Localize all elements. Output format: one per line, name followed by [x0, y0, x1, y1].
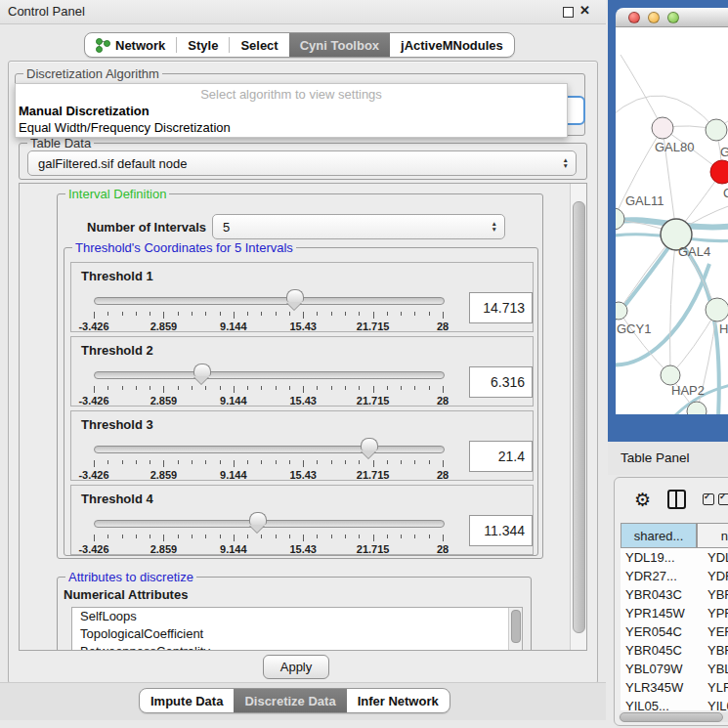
network-canvas[interactable]: GAL80 G C GAL11 GAL4 GCY1 H HAP2 [616, 27, 728, 414]
slider-tick-labels: -3.4262.8599.14415.4321.71528 [94, 469, 443, 481]
scrollbar-thumb[interactable] [573, 201, 585, 633]
tick-mark [331, 460, 332, 464]
attribute-list-item[interactable]: BetweennessCentrality [72, 643, 522, 651]
slider-ticks [94, 386, 443, 394]
slider-handle[interactable] [286, 289, 304, 302]
tick-mark [443, 460, 444, 467]
slider-tick-labels: -3.4262.8599.14415.4321.71528 [94, 321, 443, 332]
tab-infer-network[interactable]: Infer Network [347, 689, 450, 712]
tick-mark [289, 386, 290, 390]
cell-shared-name[interactable]: YDR27... [621, 567, 697, 585]
threshold-4-value-field[interactable]: 11.344 [469, 515, 533, 546]
table-row[interactable]: YBR045CYBR0 [621, 641, 728, 660]
table-data-combobox[interactable]: galFiltered.sif default node ▲▼ [27, 150, 577, 176]
table-row[interactable]: YBL079WYBL0 [621, 660, 728, 678]
cell-name[interactable]: YBR0 [697, 641, 728, 660]
zoom-traffic-light-icon[interactable] [667, 12, 679, 23]
tick-label: 21.715 [342, 321, 405, 332]
cell-name[interactable]: YIL0 [697, 697, 728, 710]
apply-button[interactable]: Apply [263, 655, 329, 679]
tick-mark [401, 535, 402, 538]
cell-shared-name[interactable]: YBL079W [621, 660, 697, 678]
cell-name[interactable]: YBR0 [697, 585, 728, 604]
threshold-3-slider[interactable]: -3.4262.8599.14415.4321.71528 [94, 437, 443, 478]
cell-shared-name[interactable]: YPR145W [621, 604, 697, 622]
scrollbar-thumb[interactable] [511, 610, 521, 643]
threshold-1-slider[interactable]: -3.4262.8599.14415.4321.71528 [94, 288, 443, 329]
cell-shared-name[interactable]: YDL19... [621, 548, 697, 567]
close-icon[interactable]: ✕ [579, 3, 590, 18]
tab-discretize-data[interactable]: Discretize Data [234, 689, 346, 712]
table-row[interactable]: YLR345WYLR3 [621, 678, 728, 697]
network-window-titlebar[interactable] [616, 8, 728, 27]
tick-mark [136, 535, 137, 538]
cell-shared-name[interactable]: YBR045C [621, 641, 697, 660]
threshold-coordinates-title: Threshold's Coordinates for 5 Intervals [72, 240, 296, 255]
table-row[interactable]: YIL05...YIL0 [621, 697, 728, 710]
table-row[interactable]: YPR145WYPR1 [621, 604, 728, 622]
tick-label: 28 [411, 395, 474, 407]
cell-name[interactable]: YDL1 [697, 548, 728, 567]
algorithm-option-equal-width[interactable]: Equal Width/Frequency Discretization [19, 120, 231, 135]
threshold-2-value-field[interactable]: 6.316 [469, 366, 533, 398]
attributes-list-scrollbar[interactable] [508, 608, 522, 651]
slider-handle[interactable] [361, 438, 378, 450]
checkbox-filter-icons[interactable] [703, 493, 728, 505]
tab-infer-network-label: Infer Network [358, 694, 439, 708]
number-of-intervals-combobox[interactable]: 5 ▲▼ [212, 214, 505, 239]
attribute-list-item[interactable]: SelfLoops [72, 608, 522, 625]
cell-shared-name[interactable]: YIL05... [621, 697, 697, 710]
tab-select[interactable]: Select [230, 33, 288, 57]
scrollbar-thumb[interactable] [620, 712, 723, 722]
table-row[interactable]: YBR043CYBR0 [621, 585, 728, 604]
cell-name[interactable]: YDR2 [697, 567, 728, 585]
cell-name[interactable]: YPR1 [697, 604, 728, 622]
column-header-name[interactable]: na [697, 523, 728, 548]
tick-mark [122, 312, 123, 316]
tab-jactivemnodules-label: jActiveMNodules [401, 38, 503, 53]
slider-track [94, 446, 445, 453]
checkbox-icon[interactable] [703, 493, 714, 505]
tick-mark [414, 312, 415, 316]
spinner-arrows-icon: ▲▼ [492, 221, 497, 233]
panel-vertical-scrollbar[interactable] [570, 184, 586, 650]
cell-name[interactable]: YER0 [697, 622, 728, 641]
table-row[interactable]: YDR27...YDR2 [621, 567, 728, 585]
cell-shared-name[interactable]: YER054C [621, 622, 697, 641]
threshold-4-slider[interactable]: -3.4262.8599.14415.4321.71528 [94, 511, 443, 552]
split-pane-icon[interactable] [667, 490, 686, 509]
close-traffic-light-icon[interactable] [628, 12, 640, 23]
tab-jactivemnodules[interactable]: jActiveMNodules [390, 33, 514, 57]
tab-impute-data[interactable]: Impute Data [140, 689, 234, 712]
slider-handle[interactable] [193, 364, 211, 376]
gear-icon[interactable]: ⚙ [634, 491, 651, 509]
column-header-shared[interactable]: shared... [621, 523, 697, 548]
cell-name[interactable]: YBL0 [697, 660, 728, 678]
table-row[interactable]: YER054CYER0 [621, 622, 728, 641]
tick-label: 21.715 [342, 543, 405, 555]
tab-network[interactable]: Network [85, 33, 176, 57]
tab-cyni-toolbox[interactable]: Cyni Toolbox [289, 33, 390, 57]
cell-shared-name[interactable]: YLR345W [621, 678, 697, 697]
cell-name[interactable]: YLR3 [697, 678, 728, 697]
minimize-traffic-light-icon[interactable] [648, 12, 660, 23]
tick-label: -3.426 [63, 543, 125, 555]
threshold-2-slider[interactable]: -3.4262.8599.14415.4321.71528 [94, 363, 443, 404]
tab-style[interactable]: Style [177, 33, 229, 57]
table-row[interactable]: YDL19...YDL1 [621, 548, 728, 567]
cell-shared-name[interactable]: YBR043C [621, 585, 697, 604]
tick-label: 15.43 [272, 395, 334, 407]
threshold-1-value-field[interactable]: 14.713 [469, 292, 533, 323]
threshold-3-value-field[interactable]: 21.4 [469, 441, 533, 472]
interval-definition-title: Interval Definition [65, 187, 169, 201]
tick-mark [234, 312, 235, 319]
tick-label: 21.715 [342, 395, 405, 407]
table-horizontal-scrollbar[interactable] [619, 712, 728, 722]
float-window-icon[interactable] [563, 7, 574, 18]
attribute-list-item[interactable]: TopologicalCoefficient [72, 625, 522, 643]
slider-handle[interactable] [249, 512, 267, 525]
tick-mark [178, 460, 179, 464]
checkbox-icon[interactable] [718, 493, 728, 505]
algorithm-option-manual[interactable]: Manual Discretization [19, 104, 150, 118]
numerical-attributes-list[interactable]: SelfLoopsTopologicalCoefficientBetweenne… [71, 607, 523, 651]
